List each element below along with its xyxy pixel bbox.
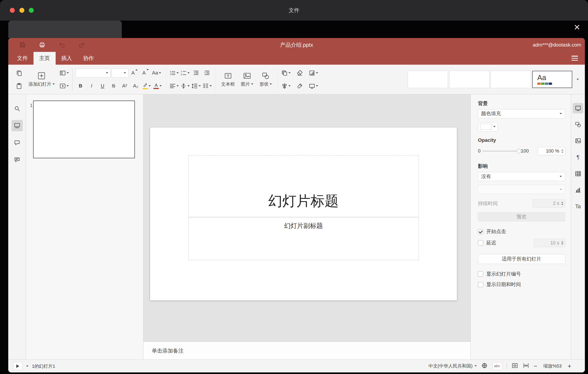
increase-font-button[interactable]: A xyxy=(130,68,139,78)
slide-size-button[interactable] xyxy=(308,81,318,91)
add-slide-button[interactable]: 添加幻灯片 xyxy=(26,71,57,88)
tab-collaboration[interactable]: 协作 xyxy=(77,52,100,65)
theme-thumbnail[interactable] xyxy=(491,71,531,88)
theme-thumbnail[interactable] xyxy=(408,71,448,88)
italic-button[interactable]: I xyxy=(87,81,96,91)
chart-settings-button[interactable] xyxy=(573,185,583,196)
search-button[interactable] xyxy=(11,103,23,114)
delay-row[interactable]: 延迟 10 s xyxy=(478,239,565,247)
fill-color-picker[interactable] xyxy=(478,122,498,131)
fit-slide-button[interactable] xyxy=(512,362,518,370)
spinner-icon[interactable] xyxy=(561,241,563,245)
font-color-button[interactable]: A xyxy=(153,81,163,91)
document-language-button[interactable] xyxy=(481,362,488,370)
color-scheme-button[interactable] xyxy=(308,68,318,78)
font-size-select[interactable] xyxy=(112,68,128,78)
tab-file[interactable]: 文件 xyxy=(11,52,33,65)
shape-settings-button[interactable] xyxy=(573,119,583,130)
image-settings-button[interactable] xyxy=(573,136,583,146)
insert-image-button[interactable]: 图片 xyxy=(238,71,256,88)
spinner-icon[interactable] xyxy=(561,149,563,153)
text-box-button[interactable]: 文本框 xyxy=(219,71,238,88)
effect-option-select[interactable] xyxy=(478,185,565,194)
zoom-in-button[interactable]: + xyxy=(568,363,571,369)
comments-button[interactable] xyxy=(11,137,23,149)
traffic-close-button[interactable] xyxy=(10,8,15,13)
duration-input[interactable]: 2 s xyxy=(532,199,565,208)
align-shapes-button[interactable] xyxy=(281,81,291,91)
increase-indent-button[interactable] xyxy=(202,68,212,78)
redo-button[interactable] xyxy=(77,40,87,50)
highlight-color-button[interactable] xyxy=(142,81,151,91)
fit-width-button[interactable] xyxy=(523,362,529,370)
decrease-indent-button[interactable] xyxy=(191,68,201,78)
start-slideshow-button[interactable] xyxy=(13,362,23,370)
bold-button[interactable]: B xyxy=(75,81,85,91)
show-datetime-row[interactable]: 显示日期和时间 xyxy=(478,281,565,288)
theme-thumbnail[interactable] xyxy=(449,71,490,88)
decrease-font-button[interactable]: A xyxy=(140,68,150,78)
apply-to-all-button[interactable]: 适用于所有幻灯片 xyxy=(478,254,565,264)
underline-button[interactable]: U xyxy=(98,81,107,91)
table-settings-button[interactable] xyxy=(573,168,583,179)
slide-thumbnail[interactable] xyxy=(33,100,135,158)
print-button[interactable] xyxy=(37,40,47,50)
spellcheck-button[interactable]: abc xyxy=(492,362,502,370)
tab-insert[interactable]: 插入 xyxy=(56,52,78,65)
feedback-button[interactable] xyxy=(11,154,23,165)
undo-button[interactable] xyxy=(57,40,67,50)
subtitle-placeholder[interactable]: 幻灯片副标题 xyxy=(188,217,419,260)
vertical-align-button[interactable] xyxy=(180,81,190,91)
bullets-button[interactable] xyxy=(169,68,179,78)
paragraph-settings-button[interactable]: ¶ xyxy=(573,152,583,163)
show-datetime-checkbox[interactable] xyxy=(478,282,483,287)
change-case-button[interactable]: Aa xyxy=(152,68,161,78)
delay-checkbox[interactable] xyxy=(478,240,483,246)
opacity-input[interactable]: 100 % xyxy=(538,147,565,155)
delay-input[interactable]: 10 s xyxy=(534,239,565,247)
line-spacing-button[interactable] xyxy=(191,81,201,91)
font-name-select[interactable] xyxy=(75,68,111,78)
preview-button[interactable]: 预览 xyxy=(478,212,565,221)
traffic-zoom-button[interactable] xyxy=(29,8,34,13)
background-fill-select[interactable]: 颜色填充 xyxy=(478,109,565,118)
tab-home[interactable]: 主页 xyxy=(33,52,56,65)
save-button[interactable] xyxy=(17,40,27,50)
slide-settings-button[interactable] xyxy=(573,103,583,114)
title-placeholder[interactable]: 幻灯片标题 xyxy=(188,155,419,217)
columns-button[interactable] xyxy=(202,81,212,91)
copy-style-button[interactable] xyxy=(295,81,304,91)
effect-select[interactable]: 没有 xyxy=(478,172,565,181)
language-select[interactable]: 中文(中华人民共和国) xyxy=(429,363,477,369)
traffic-minimize-button[interactable] xyxy=(20,8,24,13)
slides-panel-button[interactable] xyxy=(11,120,23,131)
opacity-slider[interactable] xyxy=(483,151,519,152)
show-slide-number-checkbox[interactable] xyxy=(478,271,483,277)
superscript-button[interactable]: A² xyxy=(120,81,130,91)
horizontal-align-button[interactable] xyxy=(169,81,179,91)
chevron-down-icon[interactable] xyxy=(26,365,28,367)
textart-settings-button[interactable]: Ta xyxy=(573,201,583,212)
start-slideshow-toolbar-button[interactable] xyxy=(59,81,69,91)
paste-button[interactable] xyxy=(14,81,24,91)
subscript-button[interactable]: A₂ xyxy=(131,81,140,91)
spinner-icon[interactable] xyxy=(561,202,563,205)
show-slide-number-row[interactable]: 显示幻灯片编号 xyxy=(478,271,565,277)
notes-area[interactable]: 单击添加备注 xyxy=(143,341,471,360)
overlay-close-button[interactable]: × xyxy=(571,21,583,33)
start-on-click-row[interactable]: 开始点击 xyxy=(478,228,565,235)
slides-icon xyxy=(14,122,20,129)
arrange-shapes-button[interactable] xyxy=(281,68,291,78)
clear-style-button[interactable] xyxy=(295,68,304,78)
strikethrough-button[interactable]: S xyxy=(109,81,118,91)
zoom-out-button[interactable]: − xyxy=(534,363,537,369)
start-on-click-checkbox[interactable] xyxy=(478,229,483,234)
change-layout-button[interactable] xyxy=(59,68,69,78)
copy-button[interactable] xyxy=(14,68,24,78)
menu-button[interactable] xyxy=(569,52,580,65)
opacity-slider-knob[interactable] xyxy=(517,149,521,153)
theme-thumbnail-selected[interactable]: Aa xyxy=(532,71,572,88)
theme-gallery-expand-button[interactable] xyxy=(574,71,582,88)
insert-shape-button[interactable]: 形状 xyxy=(257,71,274,88)
numbering-button[interactable]: 12 xyxy=(180,68,190,78)
